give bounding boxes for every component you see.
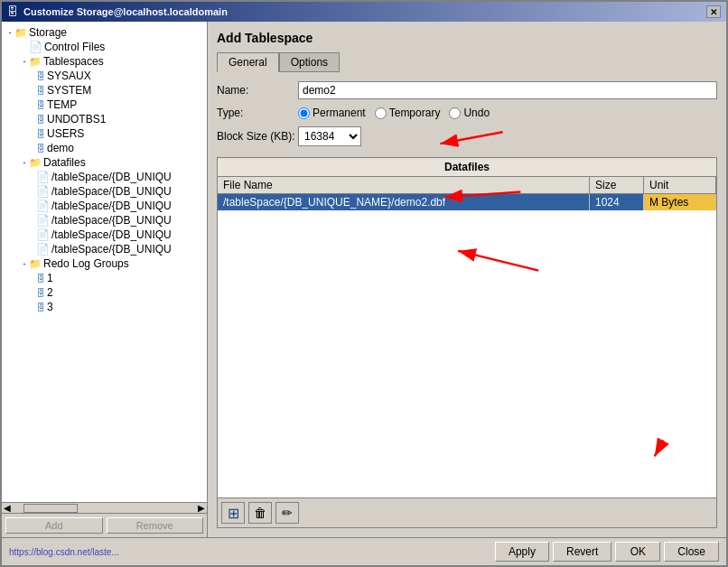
expand-icon[interactable]: - [20,259,29,268]
tree-label-control-files: Control Files [44,41,105,53]
revert-button[interactable]: Revert [553,542,611,562]
title-bar: 🗄 Customize Storage@localhost.localdomai… [2,2,726,22]
tree-item-df5[interactable]: 📄 /tableSpace/{DB_UNIQU [2,228,207,242]
datafiles-toolbar: ⊞ 🗑 ✏ [218,497,716,527]
expand-icon[interactable]: - [20,57,29,66]
col-unit: Unit [644,177,716,194]
left-panel: - 📁 Storage 📄 Control Files - 📁 Tablesp [2,22,208,537]
tree-label-redo-log-groups: Redo Log Groups [43,257,129,270]
tab-options[interactable]: Options [279,52,340,72]
doc-icon: 📄 [36,214,50,227]
tree-item-sysaux[interactable]: 🗄 SYSAUX [2,69,207,83]
tree-item-undotbs1[interactable]: 🗄 UNDOTBS1 [2,112,207,126]
cell-size: 1024 [590,194,644,211]
radio-temporary[interactable]: Temporary [375,107,441,119]
tree-item-control-files[interactable]: 📄 Control Files [2,40,207,54]
doc-icon: 📄 [36,243,50,256]
folder-icon: 📁 [29,258,42,270]
expand-icon[interactable]: - [20,158,29,167]
doc-icon: 📄 [36,185,50,198]
tree-label-sysaux: SYSAUX [47,70,91,82]
ok-button[interactable]: OK [615,542,660,562]
tree-item-df4[interactable]: 📄 /tableSpace/{DB_UNIQU [2,213,207,228]
name-label: Name: [217,84,298,97]
block-size-select[interactable]: 4096 8192 16384 32768 [298,126,361,146]
expand-icon[interactable]: - [5,28,14,37]
tree-item-df6[interactable]: 📄 /tableSpace/{DB_UNIQU [2,242,207,256]
tree-item-datafiles[interactable]: - 📁 Datafiles [2,155,207,170]
tree-label-temp: TEMP [47,98,77,111]
tree-label-df1: /tableSpace/{DB_UNIQU [51,171,172,183]
tree-label-storage: Storage [29,26,67,39]
tree-item-storage[interactable]: - 📁 Storage [2,25,207,40]
url-text: https://blog.csdn.net/laste... [9,547,119,557]
tree-label-rl1: 1 [47,272,53,284]
radio-permanent[interactable]: Permanent [298,107,366,119]
tree-item-df3[interactable]: 📄 /tableSpace/{DB_UNIQU [2,199,207,213]
apply-button[interactable]: Apply [495,542,549,562]
block-size-row: Block Size (KB): 4096 8192 16384 32768 [217,126,717,146]
form-area: Name: Type: Permanent [217,81,717,153]
delete-datafile-button[interactable]: 🗑 [248,502,272,524]
block-size-label: Block Size (KB): [217,130,298,143]
tree-item-rl1[interactable]: 🗄 1 [2,271,207,285]
db-icon: 🗄 [36,288,45,298]
close-dialog-button[interactable]: Close [664,542,719,562]
tree-label-system: SYSTEM [47,84,91,97]
tree-area[interactable]: - 📁 Storage 📄 Control Files - 📁 Tablesp [2,22,207,502]
radio-undo-input[interactable] [449,107,461,119]
name-input[interactable] [298,81,717,99]
cell-unit: M Bytes [644,194,716,211]
tree-item-users[interactable]: 🗄 USERS [2,126,207,141]
tree-item-system[interactable]: 🗄 SYSTEM [2,83,207,98]
tree-label-users: USERS [47,127,84,140]
db-icon: 🗄 [36,129,45,139]
datafiles-table: File Name Size Unit /tableSpace/{DB_UNIQ… [218,177,716,210]
tree-label-datafiles: Datafiles [43,156,86,169]
remove-button[interactable]: Remove [107,517,204,534]
section-title: Add Tablespace [217,31,717,45]
edit-icon: ✏ [282,506,293,520]
radio-permanent-input[interactable] [298,107,310,119]
radio-temporary-input[interactable] [375,107,387,119]
tree-item-rl3[interactable]: 🗄 3 [2,300,207,314]
horizontal-scrollbar[interactable]: ◀ ▶ [2,502,207,513]
folder-icon: 📁 [29,157,42,169]
right-content: Add Tablespace General Options Name: [217,31,717,528]
tree-label-df5: /tableSpace/{DB_UNIQU [51,228,172,241]
col-file-name: File Name [218,177,590,194]
tree-item-rl2[interactable]: 🗄 2 [2,285,207,300]
close-button[interactable]: ✕ [706,5,721,18]
tree-item-df1[interactable]: 📄 /tableSpace/{DB_UNIQU [2,170,207,184]
add-button[interactable]: Add [5,517,103,534]
tabs: General Options [217,52,717,72]
folder-icon: 📁 [14,27,27,39]
tree-item-redo-log-groups[interactable]: - 📁 Redo Log Groups [2,256,207,271]
bottom-buttons: Apply Revert OK Close [495,542,719,562]
main-window: 🗄 Customize Storage@localhost.localdomai… [0,0,728,567]
doc-icon: 📄 [36,171,50,183]
table-row[interactable]: /tableSpace/{DB_UNIQUE_NAME}/demo2.dbf 1… [218,194,716,211]
add-icon: ⊞ [228,505,239,522]
db-icon: 🗄 [36,115,45,125]
window-title: Customize Storage@localhost.localdomain [23,6,228,17]
delete-icon: 🗑 [254,506,266,520]
scroll-thumb[interactable] [23,504,78,513]
radio-undo[interactable]: Undo [449,107,490,119]
type-row: Type: Permanent Temporary [217,107,717,119]
tree-label-rl3: 3 [47,301,53,313]
table-empty-area [218,210,716,497]
datafiles-title: Datafiles [218,158,716,177]
tree-label-undotbs1: UNDOTBS1 [47,113,106,125]
tree-label-df2: /tableSpace/{DB_UNIQU [51,185,172,198]
tree-item-df2[interactable]: 📄 /tableSpace/{DB_UNIQU [2,184,207,199]
db-icon: 🗄 [36,302,45,312]
right-panel: Add Tablespace General Options Name: [208,22,726,537]
add-datafile-button[interactable]: ⊞ [221,502,245,524]
tab-general[interactable]: General [217,52,279,72]
doc-icon: 📄 [29,41,42,53]
tree-item-tablespaces[interactable]: - 📁 Tablespaces [2,54,207,69]
tree-item-demo[interactable]: 🗄 demo [2,141,207,155]
tree-item-temp[interactable]: 🗄 TEMP [2,98,207,112]
edit-datafile-button[interactable]: ✏ [275,502,299,524]
